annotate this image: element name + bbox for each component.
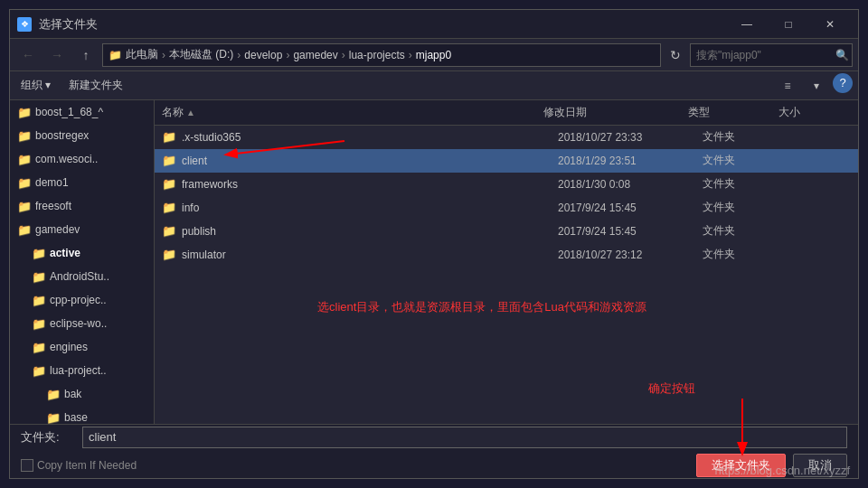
folder-icon: 📁 — [17, 223, 32, 237]
address-part-4: gamedev — [293, 49, 337, 61]
address-part-5: lua-projects — [349, 49, 405, 61]
table-row[interactable]: 📁 publish 2017/9/24 15:45 文件夹 — [155, 220, 858, 243]
title-bar-buttons: — □ ✕ — [726, 10, 851, 39]
sidebar-item[interactable]: 📁lua-project.. — [10, 359, 154, 382]
folder-icon: 📁 — [32, 317, 46, 331]
sidebar-item[interactable]: 📁demo1 — [10, 171, 154, 194]
file-name-text: simulator — [182, 249, 226, 261]
file-name-cell: 📁 client — [155, 154, 551, 167]
sidebar-item-label: freesoft — [35, 200, 71, 212]
sidebar-item-label: bak — [64, 388, 81, 400]
file-name-text: frameworks — [182, 178, 238, 191]
address-part-2: 本地磁盘 (D:) — [169, 47, 233, 62]
file-type-cell: 文件夹 — [695, 176, 786, 192]
sidebar-item[interactable]: 📁boostregex — [10, 124, 154, 147]
file-date-cell: 2017/9/24 15:45 — [551, 225, 695, 238]
file-date-cell: 2017/9/24 15:45 — [551, 202, 695, 214]
file-name-text: .x-studio365 — [182, 131, 241, 144]
folder-icon: 📁 — [32, 270, 46, 284]
forward-button[interactable]: → — [44, 42, 70, 68]
folder-icon: 📁 — [46, 411, 61, 425]
back-button[interactable]: ← — [15, 42, 41, 68]
new-folder-button[interactable]: 新建文件夹 — [63, 76, 128, 95]
table-row[interactable]: 📁 simulator 2018/10/27 23:12 文件夹 — [155, 243, 858, 267]
sidebar-item[interactable]: 📁active — [10, 241, 154, 265]
file-name-cell: 📁 .x-studio365 — [155, 130, 551, 144]
file-name-text: info — [182, 202, 199, 214]
dialog-window: ❖ 选择文件夹 — □ ✕ ← → ↑ 📁 此电脑 › 本地磁盘 (D:) › … — [9, 9, 859, 479]
close-button[interactable]: ✕ — [809, 10, 851, 39]
sidebar-item-label: boost_1_68_^ — [35, 106, 103, 118]
sidebar-item[interactable]: 📁engines — [10, 335, 154, 359]
col-date-header[interactable]: 修改日期 — [536, 105, 681, 120]
maximize-button[interactable]: □ — [768, 10, 809, 39]
folder-icon: 📁 — [32, 364, 46, 378]
table-row[interactable]: 📁 client 2018/1/29 23:51 文件夹 — [155, 149, 858, 173]
sidebar-item[interactable]: 📁boost_1_68_^ — [10, 100, 154, 124]
folder-icon: 📁 — [32, 294, 46, 307]
file-name-cell: 📁 publish — [155, 224, 551, 238]
folder-icon: 📁 — [17, 200, 32, 213]
file-area: 名称 ▲ 修改日期 类型 大小 📁 .x-studio365 2018/10/2… — [155, 100, 858, 424]
sidebar-item[interactable]: 📁cpp-projec.. — [10, 288, 154, 312]
file-date-cell: 2018/1/29 23:51 — [551, 155, 695, 167]
file-date-cell: 2018/10/27 23:33 — [551, 131, 695, 144]
filename-row: 文件夹: — [21, 427, 847, 448]
address-icon: 📁 — [108, 49, 122, 61]
col-size-header[interactable]: 大小 — [771, 105, 844, 120]
col-type-header[interactable]: 类型 — [681, 105, 771, 120]
table-row[interactable]: 📁 frameworks 2018/1/30 0:08 文件夹 — [155, 173, 858, 196]
help-button[interactable]: ? — [833, 73, 853, 93]
cancel-button[interactable]: 取消 — [793, 454, 847, 477]
up-button[interactable]: ↑ — [73, 42, 99, 68]
search-bar[interactable]: 🔍 — [690, 43, 853, 67]
col-name-header[interactable]: 名称 ▲ — [155, 105, 536, 120]
title-bar: ❖ 选择文件夹 — □ ✕ — [10, 10, 858, 39]
sidebar-item-label: AndroidStu.. — [50, 270, 109, 283]
minimize-button[interactable]: — — [726, 10, 768, 39]
confirm-button[interactable]: 选择文件夹 — [696, 454, 786, 477]
table-row[interactable]: 📁 info 2017/9/24 15:45 文件夹 — [155, 196, 858, 220]
sidebar-item-label: cpp-projec.. — [50, 294, 107, 306]
file-name-cell: 📁 frameworks — [155, 177, 551, 191]
sidebar-item[interactable]: 📁eclipse-wo.. — [10, 312, 154, 335]
sidebar-item[interactable]: 📁com.wesoci.. — [10, 147, 154, 171]
filename-input[interactable] — [82, 427, 847, 448]
sidebar-item-label: gamedev — [35, 223, 80, 236]
bottom-buttons-row: Copy Item If Needed 选择文件夹 取消 — [21, 454, 847, 477]
sidebar-item[interactable]: 📁bak — [10, 382, 154, 406]
view-toggle-button[interactable]: ▾ — [804, 73, 829, 99]
sidebar-item-label: engines — [50, 341, 88, 353]
refresh-button[interactable]: ↻ — [665, 44, 686, 66]
table-row[interactable]: 📁 .x-studio365 2018/10/27 23:33 文件夹 — [155, 126, 858, 149]
bottom-bar: 文件夹: Copy Item If Needed 选择文件夹 取消 — [10, 424, 858, 478]
organize-button[interactable]: 组织 ▾ — [15, 76, 56, 95]
view-icons: ≡ ▾ ? — [775, 73, 853, 99]
address-part-1: 此电脑 — [126, 47, 158, 62]
column-headers: 名称 ▲ 修改日期 类型 大小 — [155, 100, 858, 126]
file-list: 📁 .x-studio365 2018/10/27 23:33 文件夹 📁 cl… — [155, 126, 858, 424]
sidebar-item[interactable]: 📁gamedev — [10, 218, 154, 241]
sidebar: 📁boost_1_68_^📁boostregex📁com.wesoci..📁de… — [10, 100, 155, 424]
folder-icon: 📁 — [46, 388, 61, 401]
sidebar-item-label: boostregex — [35, 129, 89, 142]
file-date-cell: 2018/10/27 23:12 — [551, 249, 695, 261]
sidebar-item-label: demo1 — [35, 176, 69, 189]
file-date-cell: 2018/1/30 0:08 — [551, 178, 695, 191]
sidebar-item-label: eclipse-wo.. — [50, 317, 107, 330]
second-toolbar: 组织 ▾ 新建文件夹 ≡ ▾ ? — [10, 71, 858, 100]
sidebar-item[interactable]: 📁base — [10, 406, 154, 424]
file-folder-icon: 📁 — [162, 177, 176, 191]
view-details-button[interactable]: ≡ — [775, 73, 800, 99]
sidebar-item-label: active — [50, 247, 80, 259]
folder-icon: 📁 — [17, 153, 32, 166]
search-input[interactable] — [696, 49, 832, 61]
file-type-cell: 文件夹 — [695, 247, 786, 262]
file-folder-icon: 📁 — [162, 154, 176, 167]
sidebar-item[interactable]: 📁freesoft — [10, 194, 154, 218]
sidebar-item[interactable]: 📁AndroidStu.. — [10, 265, 154, 288]
file-name-cell: 📁 info — [155, 201, 551, 214]
copy-checkbox[interactable] — [21, 459, 33, 472]
address-part-3: develop — [244, 49, 282, 61]
address-bar[interactable]: 📁 此电脑 › 本地磁盘 (D:) › develop › gamedev › … — [102, 43, 661, 67]
